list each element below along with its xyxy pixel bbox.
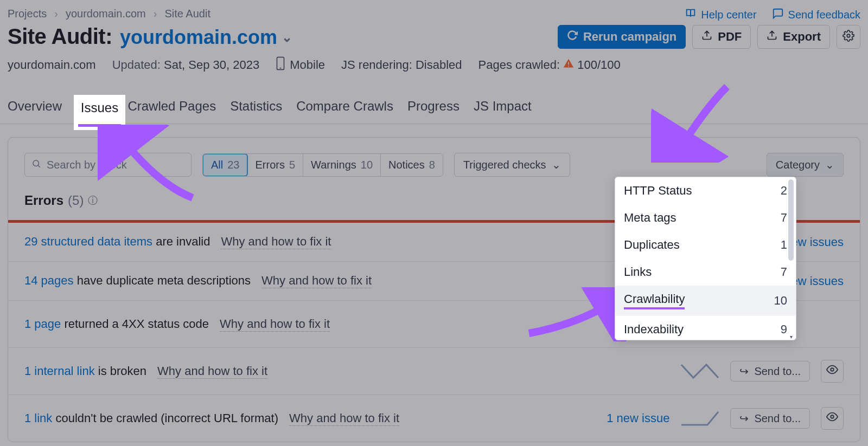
section-count: (5) (68, 193, 84, 208)
pdf-button[interactable]: PDF (692, 25, 751, 49)
search-icon (31, 159, 41, 171)
issue-link[interactable]: 1 internal link (24, 364, 95, 378)
category-label: Category (776, 159, 820, 171)
why-link[interactable]: Why and how to fix it (220, 317, 330, 332)
category-item-count: 2 (781, 184, 787, 198)
issue-text: are invalid (156, 235, 210, 248)
issue-link[interactable]: 1 page (24, 317, 61, 331)
category-item-label: Meta tags (624, 211, 676, 225)
svg-rect-5 (568, 62, 569, 65)
why-link[interactable]: Why and how to fix it (289, 411, 399, 426)
tab-progress[interactable]: Progress (407, 95, 459, 124)
category-item-http-status[interactable]: HTTP Status 2 (615, 177, 796, 204)
scrollbar-thumb[interactable] (788, 179, 794, 261)
updated-value: Sat, Sep 30, 2023 (164, 58, 259, 72)
export-label: Export (783, 30, 821, 44)
share-icon: ↪ (739, 365, 749, 378)
filter-errors-count: 5 (289, 159, 295, 171)
svg-line-8 (38, 165, 40, 167)
tab-statistics[interactable]: Statistics (230, 95, 282, 124)
sparkline (680, 361, 719, 381)
filter-notices-count: 8 (429, 159, 435, 171)
domain-selector-label: yourdomain.com (120, 26, 277, 49)
share-icon: ↪ (739, 412, 749, 425)
category-item-label: Duplicates (624, 238, 680, 252)
category-item-crawlability[interactable]: Crawlability 10 (615, 286, 796, 316)
info-icon[interactable]: ⓘ (88, 194, 98, 207)
help-center-link[interactable]: Help center (685, 8, 756, 22)
tab-crawled-pages[interactable]: Crawled Pages (127, 95, 216, 124)
search-placeholder: Search by check (47, 159, 127, 171)
section-title: Errors (24, 193, 63, 208)
why-link[interactable]: Why and how to fix it (261, 274, 372, 288)
issue-row: 1 internal link is broken Why and how to… (8, 348, 860, 395)
filter-all-label: All (211, 159, 223, 171)
category-item-duplicates[interactable]: Duplicates 1 (615, 231, 796, 258)
chevron-right-icon: › (154, 8, 157, 20)
svg-point-9 (831, 368, 834, 371)
category-item-meta-tags[interactable]: Meta tags 7 (615, 204, 796, 231)
triggered-checks-dropdown[interactable]: Triggered checks ⌄ (454, 153, 570, 177)
meta-domain: yourdomain.com (8, 58, 96, 72)
tab-issues-highlight[interactable]: Issues (74, 95, 125, 130)
category-item-indexability[interactable]: Indexability 9 (615, 316, 796, 340)
upload-icon (701, 30, 712, 44)
book-icon (685, 8, 697, 22)
send-feedback-link[interactable]: Send feedback (772, 8, 860, 22)
warning-icon (563, 58, 577, 72)
filter-warnings-count: 10 (361, 159, 373, 171)
category-scrollbar[interactable]: ▾ (787, 179, 795, 338)
scrollbar-arrow-icon: ▾ (787, 334, 795, 340)
category-item-label: HTTP Status (624, 184, 692, 198)
new-issues-link[interactable]: 1 new issue (607, 411, 669, 425)
chevron-right-icon: › (54, 8, 58, 20)
search-input[interactable]: Search by check (24, 153, 192, 177)
category-item-links[interactable]: Links 7 (615, 258, 796, 286)
sparkline (680, 409, 719, 428)
rerun-campaign-button[interactable]: Rerun campaign (558, 25, 686, 49)
eye-icon (826, 364, 838, 379)
domain-selector[interactable]: yourdomain.com ⌄ (120, 26, 292, 49)
issue-row: 1 link couldn't be crawled (incorrect UR… (8, 395, 860, 442)
filter-errors[interactable]: Errors 5 (247, 154, 303, 176)
rerun-campaign-label: Rerun campaign (583, 30, 676, 44)
tab-compare-crawls[interactable]: Compare Crawls (296, 95, 393, 124)
settings-button[interactable] (837, 25, 860, 49)
tab-js-impact[interactable]: JS Impact (474, 95, 532, 124)
issue-text: is broken (98, 364, 146, 378)
tabs: Overview Issues Crawled Pages Statistics… (0, 74, 868, 124)
filter-all-count: 23 (227, 159, 239, 171)
svg-point-7 (33, 160, 39, 166)
category-item-count: 7 (781, 211, 787, 225)
hide-button[interactable] (821, 360, 844, 383)
chevron-down-icon: ⌄ (825, 158, 834, 171)
breadcrumb-domain[interactable]: yourdomain.com (66, 8, 146, 20)
issue-link[interactable]: 29 structured data items (24, 235, 152, 248)
category-dropdown[interactable]: Category ⌄ (767, 153, 844, 177)
filter-warnings[interactable]: Warnings 10 (303, 154, 381, 176)
issue-link[interactable]: 14 pages (24, 274, 74, 287)
send-to-button[interactable]: ↪ Send to... (730, 408, 810, 429)
issue-link[interactable]: 1 link (24, 411, 52, 425)
category-popup: HTTP Status 2 Meta tags 7 Duplicates 1 L… (615, 177, 796, 340)
severity-filter: All 23 Errors 5 Warnings 10 Notices 8 (202, 153, 443, 177)
filter-all[interactable]: All 23 (202, 153, 248, 177)
why-link[interactable]: Why and how to fix it (221, 235, 331, 249)
filter-notices[interactable]: Notices 8 (381, 154, 443, 176)
category-item-count: 7 (781, 265, 787, 279)
filter-warnings-label: Warnings (311, 159, 356, 171)
page-title: Site Audit: (8, 24, 112, 49)
chevron-down-icon: ⌄ (552, 158, 561, 171)
eye-icon (826, 411, 838, 426)
send-to-label: Send to... (754, 365, 801, 378)
tab-overview[interactable]: Overview (8, 95, 62, 124)
hide-button[interactable] (821, 407, 844, 430)
svg-point-10 (831, 415, 834, 418)
breadcrumb-projects[interactable]: Projects (8, 8, 47, 20)
help-center-label: Help center (701, 9, 756, 21)
category-item-count: 9 (781, 322, 787, 337)
export-button[interactable]: Export (757, 25, 830, 49)
send-to-button[interactable]: ↪ Send to... (730, 361, 810, 382)
why-link[interactable]: Why and how to fix it (157, 364, 267, 379)
chevron-down-icon: ⌄ (282, 30, 292, 45)
